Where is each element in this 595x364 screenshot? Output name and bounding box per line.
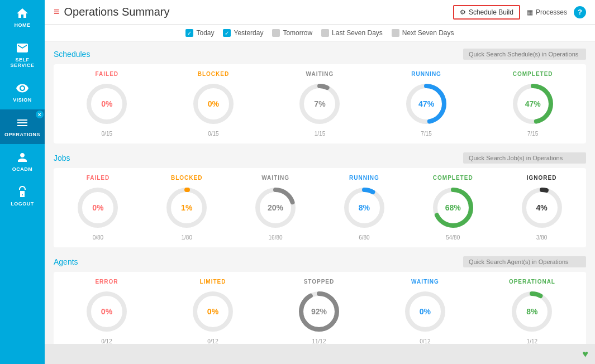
stat-error-donut: 0% — [84, 289, 129, 334]
stat-failed-value: 0% — [92, 203, 103, 212]
footer: ♥ — [45, 344, 595, 364]
jobs-title: Jobs — [54, 154, 70, 162]
stat-limited-value: 0% — [207, 307, 218, 316]
stat-running[interactable]: RUNNING8%6/80 — [342, 175, 387, 241]
stat-waiting-value: 7% — [314, 99, 325, 108]
jobs-header: Jobs — [54, 152, 586, 164]
sidebar-item-vision[interactable]: VISION — [0, 75, 45, 109]
stat-blocked-label: BLOCKED — [171, 175, 202, 181]
stat-waiting-value: 20% — [268, 203, 283, 212]
agents-section: Agents ERROR0%0/12LIMITED0%0/12STOPPED92… — [54, 256, 586, 344]
help-button[interactable]: ? — [574, 6, 586, 18]
stat-operational-donut: 8% — [510, 289, 554, 334]
sidebar-logout-label: LOGOUT — [11, 201, 34, 207]
stat-running[interactable]: RUNNING47%7/15 — [404, 71, 449, 137]
schedule-build-label: Schedule Build — [469, 8, 513, 16]
today-checkbox[interactable] — [185, 29, 193, 37]
schedules-header: Schedules — [54, 49, 586, 60]
stat-blocked-fraction: 1/80 — [182, 234, 192, 241]
stat-running-donut: 47% — [404, 82, 449, 126]
yesterday-checkbox[interactable] — [223, 29, 231, 37]
stat-blocked-donut: 0% — [191, 82, 236, 126]
stat-completed[interactable]: COMPLETED47%7/15 — [511, 71, 555, 137]
next7-checkbox[interactable] — [392, 29, 399, 37]
yesterday-label: Yesterday — [234, 29, 263, 37]
stat-completed[interactable]: COMPLETED68%54/80 — [431, 175, 475, 241]
schedules-search-input[interactable] — [463, 49, 586, 60]
processes-button[interactable]: ▦ Processes — [527, 8, 567, 16]
page-header: ≡ Operations Summary ⚙ Schedule Build ▦ … — [45, 0, 595, 25]
next7-label: Next Seven Days — [402, 29, 454, 37]
stat-stopped[interactable]: STOPPED92%11/12 — [297, 279, 341, 344]
stat-completed-label: COMPLETED — [433, 175, 473, 181]
stat-failed[interactable]: FAILED0%0/80 — [75, 175, 120, 241]
sidebar-item-operations[interactable]: × OPERATIONS — [0, 109, 45, 144]
filter-today[interactable]: Today — [185, 29, 214, 37]
list-icon: ▦ — [527, 8, 533, 16]
page-title: Operations Summary — [64, 6, 453, 18]
stat-ignored-value: 4% — [536, 203, 547, 212]
stat-blocked[interactable]: BLOCKED1%1/80 — [164, 175, 209, 241]
tomorrow-label: Tomorrow — [283, 29, 312, 37]
stat-operational[interactable]: OPERATIONAL8%1/12 — [509, 279, 555, 344]
schedules-stats-row: FAILED0%0/15BLOCKED0%0/15WAITING7%1/15RU… — [54, 64, 586, 143]
main-content: ≡ Operations Summary ⚙ Schedule Build ▦ … — [45, 0, 595, 364]
stat-running-value: 8% — [359, 203, 370, 212]
stat-completed-fraction: 7/15 — [527, 131, 538, 137]
filter-next7[interactable]: Next Seven Days — [392, 29, 454, 37]
agents-header: Agents — [54, 256, 586, 267]
last7-label: Last Seven Days — [332, 29, 383, 37]
sidebar-item-home[interactable]: HOME — [0, 0, 45, 35]
sidebar-ocadm-label: OCADM — [12, 166, 33, 172]
stat-waiting-fraction: 16/80 — [269, 234, 283, 241]
stat-running-fraction: 6/80 — [359, 234, 369, 241]
tomorrow-checkbox[interactable] — [272, 29, 280, 37]
schedule-build-button[interactable]: ⚙ Schedule Build — [453, 5, 520, 20]
stat-waiting-label: WAITING — [306, 71, 334, 77]
stat-running-value: 47% — [418, 99, 434, 108]
agents-stats-row: ERROR0%0/12LIMITED0%0/12STOPPED92%11/12W… — [54, 272, 586, 344]
stat-waiting[interactable]: WAITING0%0/12 — [403, 279, 448, 344]
sidebar-item-self-service[interactable]: SELF SERVICE — [0, 35, 45, 75]
today-label: Today — [196, 29, 214, 37]
stat-ignored[interactable]: IGNORED4%3/80 — [520, 175, 564, 241]
filter-bar: Today Yesterday Tomorrow Last Seven Days… — [45, 25, 595, 42]
stat-error[interactable]: ERROR0%0/12 — [84, 279, 129, 344]
filter-yesterday[interactable]: Yesterday — [223, 29, 263, 37]
filter-last7[interactable]: Last Seven Days — [321, 29, 383, 37]
stat-ignored-donut: 4% — [520, 185, 564, 230]
stat-failed[interactable]: FAILED0%0/15 — [84, 71, 129, 137]
stat-blocked-value: 0% — [208, 99, 219, 108]
content-area: Schedules FAILED0%0/15BLOCKED0%0/15WAITI… — [45, 42, 595, 344]
processes-label: Processes — [536, 8, 567, 16]
header-actions: ⚙ Schedule Build ▦ Processes ? — [453, 5, 586, 20]
stat-operational-value: 8% — [526, 307, 537, 316]
stat-waiting[interactable]: WAITING7%1/15 — [297, 71, 342, 137]
close-icon[interactable]: × — [36, 111, 44, 118]
agents-search-input[interactable] — [463, 256, 586, 267]
stat-completed-donut: 68% — [431, 185, 475, 230]
stat-waiting-label: WAITING — [411, 279, 439, 285]
sidebar-item-logout[interactable]: LOGOUT — [0, 179, 45, 213]
jobs-search-input[interactable] — [463, 152, 586, 164]
stat-limited[interactable]: LIMITED0%0/12 — [191, 279, 235, 344]
filter-tomorrow[interactable]: Tomorrow — [272, 29, 312, 37]
stat-waiting-label: WAITING — [261, 175, 289, 181]
stat-ignored-fraction: 3/80 — [536, 234, 547, 241]
schedules-section: Schedules FAILED0%0/15BLOCKED0%0/15WAITI… — [54, 49, 586, 143]
stat-blocked[interactable]: BLOCKED0%0/15 — [191, 71, 236, 137]
sidebar-vision-label: VISION — [13, 97, 32, 103]
last7-checkbox[interactable] — [321, 29, 329, 37]
stat-completed-value: 68% — [445, 203, 461, 212]
stat-stopped-fraction: 11/12 — [312, 338, 326, 344]
stat-failed-donut: 0% — [75, 185, 120, 230]
stat-operational-label: OPERATIONAL — [509, 279, 555, 285]
stat-blocked-label: BLOCKED — [198, 71, 229, 77]
menu-icon: ≡ — [54, 6, 60, 18]
stat-blocked-donut: 1% — [164, 185, 209, 230]
stat-stopped-donut: 92% — [297, 289, 341, 334]
sidebar-item-ocadm[interactable]: OCADM — [0, 144, 45, 179]
stat-error-label: ERROR — [95, 279, 118, 285]
stat-waiting[interactable]: WAITING20%16/80 — [253, 175, 298, 241]
sidebar-self-service-label: SELF SERVICE — [3, 57, 42, 68]
